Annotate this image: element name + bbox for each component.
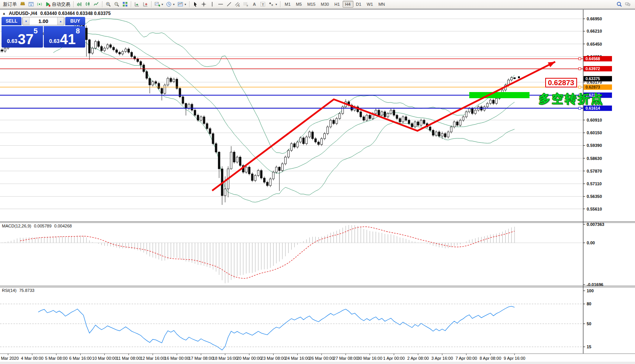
play-glyph xyxy=(45,2,51,7)
market-depth-icon[interactable] xyxy=(18,1,27,8)
shapes-glyph xyxy=(269,2,274,7)
cursor-icon[interactable] xyxy=(191,1,200,8)
buy-button[interactable]: BUY xyxy=(65,17,85,25)
crosshair-icon[interactable] xyxy=(200,1,208,8)
zoom-in-icon[interactable] xyxy=(104,1,112,8)
hline-glyph xyxy=(218,2,223,7)
svg-text:3 Apr 16:00: 3 Apr 16:00 xyxy=(431,356,453,361)
buy-price-pip: 8 xyxy=(76,27,80,35)
svg-text:0.00: 0.00 xyxy=(587,240,595,245)
vertical-line-icon[interactable] xyxy=(208,1,216,8)
volume-stepper[interactable]: ▼ 1.00 ▲ xyxy=(22,17,64,25)
depth-glyph xyxy=(20,2,25,7)
candle-chart-icon[interactable] xyxy=(84,1,92,8)
svg-text:2 Apr 08:00: 2 Apr 08:00 xyxy=(407,356,429,361)
horizontal-line-icon[interactable] xyxy=(216,1,225,8)
timeframe-m15-button[interactable]: M15 xyxy=(305,1,318,8)
dropdown-caret-icon[interactable]: ▾ xyxy=(173,3,175,6)
zoom-out-icon[interactable] xyxy=(112,1,121,8)
clock-glyph xyxy=(166,2,172,7)
svg-text:5 Mar 08:00: 5 Mar 08:00 xyxy=(45,356,68,361)
buy-price-prefix: 0.63 xyxy=(49,38,59,44)
svg-text:0.63375: 0.63375 xyxy=(586,76,600,81)
search-glyph xyxy=(617,2,622,7)
autotrading-button[interactable]: 自动交易 xyxy=(44,1,72,8)
svg-text:F: F xyxy=(247,5,248,7)
timeframe-w1-button[interactable]: W1 xyxy=(364,1,376,8)
template-chart-icon[interactable]: ▾ xyxy=(176,1,188,8)
zoomin-glyph xyxy=(106,2,111,7)
fibonacci-icon[interactable]: F xyxy=(242,1,250,8)
svg-text:23 Mar 08:00: 23 Mar 08:00 xyxy=(261,356,286,361)
svg-text:6 Mar 16:00: 6 Mar 16:00 xyxy=(69,356,92,361)
label-icon[interactable]: T xyxy=(259,1,267,8)
svg-text:0.64568: 0.64568 xyxy=(586,56,600,61)
autoscroll-glyph xyxy=(134,2,140,7)
volume-up-icon[interactable]: ▲ xyxy=(57,17,64,25)
sell-button[interactable]: SELL xyxy=(2,17,21,25)
timeframe-m1-button[interactable]: M1 xyxy=(282,1,293,8)
svg-text:A: A xyxy=(253,2,256,7)
text-icon[interactable]: A xyxy=(250,1,259,8)
add-indicator-icon[interactable]: ▾ xyxy=(153,1,165,8)
svg-text:0.62873: 0.62873 xyxy=(586,85,600,89)
collapse-panel-icon[interactable]: ▲ xyxy=(2,12,6,15)
chart-canvas[interactable]: 0.669500.662100.654500.646900.639300.631… xyxy=(0,10,635,364)
svg-text:0.57870: 0.57870 xyxy=(587,169,602,173)
autotrading-button-label: 自动交易 xyxy=(52,1,70,8)
chat-icon[interactable] xyxy=(623,1,632,8)
one-click-trading-panel: SELL ▼ 1.00 ▲ BUY 0.63375 0.63418 xyxy=(2,17,85,48)
svg-text:10 Mar 00:00: 10 Mar 00:00 xyxy=(92,356,117,361)
auto-scroll-icon[interactable] xyxy=(133,1,141,8)
green-zone-rect[interactable] xyxy=(469,92,529,98)
timeframe-m30-button[interactable]: M30 xyxy=(318,1,332,8)
svg-text:27 Mar 08:00: 27 Mar 08:00 xyxy=(333,356,358,361)
dropdown-caret-icon[interactable]: ▾ xyxy=(275,3,277,6)
price-callout[interactable]: 0.62873 xyxy=(545,78,577,87)
svg-text:0.59390: 0.59390 xyxy=(587,143,602,148)
rsi-value: 75.8733 xyxy=(19,288,35,293)
bars-glyph xyxy=(77,2,82,7)
buy-price-box[interactable]: 0.63418 xyxy=(44,26,85,48)
rsi-label: RSI(14) 75.8733 xyxy=(2,288,35,293)
toolbar-separator xyxy=(280,1,280,7)
trendline-icon[interactable] xyxy=(225,1,233,8)
textT-glyph: T xyxy=(260,2,266,7)
svg-text:8 Apr 08:00: 8 Apr 08:00 xyxy=(480,356,501,361)
timeframe-h4-button[interactable]: H4 xyxy=(343,1,353,8)
search-icon[interactable] xyxy=(615,1,623,8)
volume-field[interactable]: 1.00 xyxy=(30,17,57,25)
svg-text:15: 15 xyxy=(587,344,591,349)
shapes-icon[interactable]: ▾ xyxy=(267,1,279,8)
dropdown-caret-icon[interactable]: ▾ xyxy=(162,3,163,6)
new-order-button[interactable]: 新订单 xyxy=(2,1,18,8)
chart-shift-icon[interactable] xyxy=(141,1,150,8)
timeframe-d1-button[interactable]: D1 xyxy=(353,1,364,8)
svg-text:12 Mar 16:00: 12 Mar 16:00 xyxy=(140,356,165,361)
mt-terminal-window: 新订单自动交易▾▾▾EFAT▾M1M5M15M30H1H4D1W1MN 0.66… xyxy=(0,0,635,364)
svg-text:0.55610: 0.55610 xyxy=(587,207,602,211)
svg-text:18 Mar 16:00: 18 Mar 16:00 xyxy=(213,356,238,361)
signals-icon[interactable] xyxy=(35,1,44,8)
timeframe-h1-button[interactable]: H1 xyxy=(332,1,342,8)
svg-text:16 Mar 00:00: 16 Mar 00:00 xyxy=(165,356,190,361)
cn-annotation-text[interactable]: 多空转折点 xyxy=(539,91,604,107)
tile-windows-icon[interactable] xyxy=(121,1,129,8)
sell-price-box[interactable]: 0.63375 xyxy=(2,26,43,48)
data-window-icon[interactable] xyxy=(27,1,35,8)
volume-down-icon[interactable]: ▼ xyxy=(23,17,30,25)
object-anchor-marker[interactable] xyxy=(518,76,520,78)
svg-text:0.56350: 0.56350 xyxy=(587,194,602,199)
svg-text:0.58630: 0.58630 xyxy=(587,156,602,161)
bar-chart-icon[interactable] xyxy=(75,1,84,8)
timeframe-mn-button[interactable]: MN xyxy=(376,1,388,8)
svg-text:17 Mar 08:00: 17 Mar 08:00 xyxy=(188,356,213,361)
channel-icon[interactable]: E xyxy=(233,1,242,8)
dropdown-caret-icon[interactable]: ▾ xyxy=(185,3,186,6)
svg-text:0.57110: 0.57110 xyxy=(587,181,602,186)
period-clock-icon[interactable]: ▾ xyxy=(165,1,176,8)
timeframe-m5-button[interactable]: M5 xyxy=(293,1,304,8)
line-chart-icon[interactable] xyxy=(92,1,101,8)
shift-glyph xyxy=(143,2,148,7)
tline-glyph xyxy=(226,2,232,7)
